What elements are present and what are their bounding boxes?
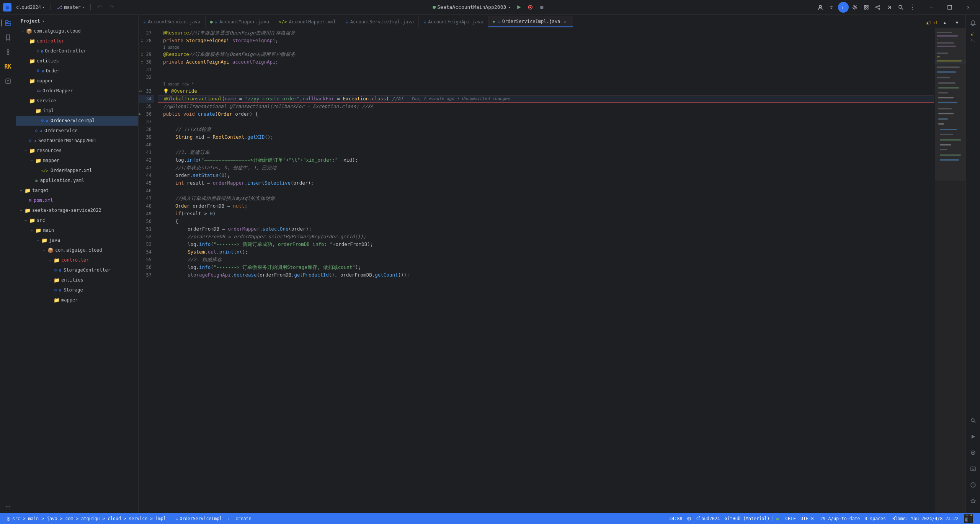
sidebar-icon-project[interactable] [1,16,15,30]
vcs-button[interactable] [884,2,895,13]
tree-label: Order [46,68,60,74]
sidebar-icon-todo[interactable] [1,74,15,88]
right-icon-search[interactable] [966,414,980,427]
tree-item-pom[interactable]: M pom.xml [16,195,138,205]
right-icon-debug[interactable] [966,446,980,460]
tree-item-order[interactable]: © a Order [16,66,138,76]
svg-rect-14 [867,8,868,9]
folder-icon-blue2: 📁 [35,158,41,164]
status-method[interactable]: create [234,514,253,523]
notifications-button[interactable]: i [838,2,849,13]
settings-button[interactable] [849,2,860,13]
sidebar-icon-more[interactable]: ⋯ [1,499,15,513]
tree-item-storage-mapper[interactable]: – 📁 mapper [16,295,138,305]
stop-button[interactable] [537,2,547,13]
maximize-button[interactable] [941,0,959,15]
tab-accountmapper-xml[interactable]: </> AccountMapper.xml [274,16,341,28]
status-spaces[interactable]: 4 spaces [863,514,887,523]
tree-item-main[interactable]: – 📁 main [16,225,138,235]
tree-item-mapper[interactable]: – 📁 mapper [16,76,138,86]
var-order: order [175,172,190,179]
tree-item-storage-entities[interactable]: – 📁 entities [16,275,138,285]
var-result2: result [184,210,201,218]
profile-button[interactable] [815,2,826,13]
tab-accountfeignapi[interactable]: ☕ AccountFeignApi.java [419,16,488,28]
right-icon-run[interactable] [966,430,980,444]
comment9: //2. 扣减库存 [188,256,222,264]
tree-item-storagecontroller[interactable]: © a StorageController [16,265,138,275]
tree-item-orderservice[interactable]: © a OrderService [16,126,138,136]
tab-accountservice[interactable]: ☕ AccountService.java [139,16,206,28]
branch-selector[interactable]: ⎇ master ▾ [55,4,87,11]
undo-button[interactable] [95,2,105,13]
tree-item-storage-controller[interactable]: – 📁 controller [16,255,138,265]
line-41: 41 [139,149,154,156]
status-github[interactable]: GitHub (Material) [723,514,771,523]
titlebar-separator [51,4,51,10]
close-button[interactable]: ✕ [959,0,977,15]
status-position[interactable]: 34:88 [668,514,684,523]
status-encoding[interactable]: UTF-8 [799,514,815,523]
status-git-sync[interactable] [685,514,693,523]
status-class[interactable]: ☕ OrderServiceImpl [174,514,224,523]
tab-accountmapper[interactable]: ● ☕ AccountMapper.java [206,16,274,28]
right-icon-problems[interactable] [966,478,980,492]
right-icon-settings[interactable] [966,494,980,508]
tree-item-java[interactable]: – 📁 java [16,235,138,245]
tree-item-ordermapper-xml[interactable]: </> OrderMapper.xml [16,165,138,175]
expand-button[interactable]: ▼ [952,17,962,28]
tree-item-ordermapper[interactable]: 🗂 OrderMapper [16,86,138,96]
sidebar-icon-ai[interactable]: RK [1,60,15,74]
tree-item-resources[interactable]: – 📁 resources [16,146,138,156]
punc25: ( [288,225,291,233]
field-ordermapper2: orderMapper [228,225,260,233]
tree-item-com-atguigu2[interactable]: – 📦 com.atguigu.cloud [16,245,138,255]
tree-item-com-atguigu[interactable]: – 📦 com.atguigu.cloud [16,26,138,36]
tab-close-button[interactable]: ✕ [562,18,568,25]
debug-button[interactable] [525,2,536,13]
tree-item-seataordermainapp[interactable]: © a SeataOrderMainApp2001 [16,136,138,146]
tree-item-application-yaml[interactable]: ≡ application.yaml [16,175,138,185]
annotation: @Resource [163,51,189,58]
tree-item-entities[interactable]: – 📁 entities [16,56,138,66]
minimize-button[interactable]: ─ [923,0,940,15]
line-52: 52 [139,233,154,241]
more-button[interactable]: ⋮ [907,2,918,13]
status-crlf[interactable]: CRLF [784,514,797,523]
redo-button[interactable] [106,2,117,13]
run-button[interactable] [514,2,524,13]
right-icon-terminal[interactable] [966,462,980,476]
project-selector[interactable]: cloud2024 ▾ [14,4,47,11]
translate-button[interactable]: 文 [826,2,837,13]
share-button[interactable] [872,2,883,13]
status-blame[interactable]: Blame: You 2024/4/8 23:22 [891,514,960,523]
class-keyword: class [372,95,386,103]
collapse-button[interactable]: ▲ [939,17,950,28]
status-indent[interactable]: 29 Δ/up-to-date [819,514,862,523]
indent-text: 29 Δ/up-to-date [820,516,860,521]
sidebar-icon-vcs[interactable] [1,45,15,59]
tab-orderserviceimpl[interactable]: ● ☕ OrderServiceImpl.java ✕ [488,16,573,28]
tree-item-impl[interactable]: – 📁 impl [16,106,138,116]
tree-item-storage[interactable]: © a Storage [16,285,138,295]
tree-item-orderserviceimpl[interactable]: © a OrderServiceImpl [16,116,138,126]
status-src[interactable]: src > main > java > com > atguigu > clou… [5,514,168,523]
tree-item-resources-mapper[interactable]: – 📁 mapper [16,156,138,165]
right-icon-notifications[interactable] [966,16,980,30]
code-editor[interactable]: @Resource//订单微服务通过OpenFeign去调用库存微服务 priv… [157,28,935,513]
tree-item-service[interactable]: – 📁 service [16,96,138,106]
tree-item-seata-storage[interactable]: – 📁 seata-storage-service2022 [16,205,138,215]
tree-item-ordercontroller[interactable]: © a OrderController [16,46,138,56]
tree-item-src[interactable]: – 📁 src [16,215,138,225]
code-line-42: log.info("================>开始新建订单"+"\t"+… [157,156,935,164]
status-branch-display[interactable]: cloud2024 [694,514,721,523]
punc24: . [260,225,263,233]
tree-item-target[interactable]: + 📁 target [16,185,138,195]
tab-accountserviceimpl[interactable]: ☕ AccountServiceImpl.java [341,16,419,28]
search-everywhere-button[interactable] [895,2,906,13]
file-tree-header[interactable]: Project ▾ [16,16,138,26]
tree-item-controller[interactable]: – 📁 controller [16,36,138,46]
status-dot-green[interactable]: ● [774,514,780,523]
sidebar-icon-bookmark[interactable] [1,31,15,44]
plugins-button[interactable] [861,2,872,13]
